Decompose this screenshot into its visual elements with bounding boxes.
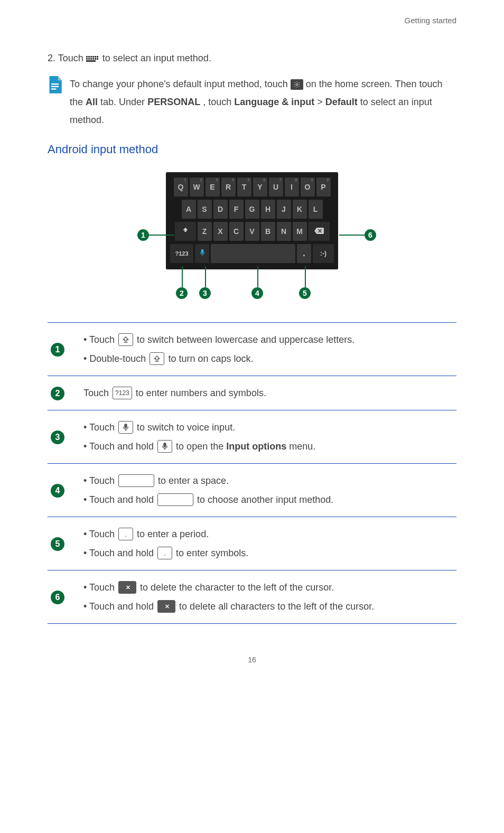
key-r: R4 xyxy=(221,177,236,196)
callout-4-line xyxy=(257,266,258,287)
callout-2-line xyxy=(182,266,183,287)
key-delete xyxy=(309,222,330,241)
callout-5: 5 xyxy=(299,287,311,299)
key-period: . xyxy=(297,244,311,263)
row-num-4: 4 xyxy=(51,484,64,498)
callout-6-line xyxy=(339,235,365,236)
key-j: J xyxy=(277,200,291,219)
kb-row-3: Z X C V B N M xyxy=(170,222,334,241)
table-row-2: 2 Touch ?123 to enter numbers and symbol… xyxy=(48,376,456,410)
keyboard-figure: Q1 W2 E3 R4 T5 Y6 U7 I8 O9 P0 A S D F G … xyxy=(128,172,376,301)
key-i: I8 xyxy=(285,177,299,196)
callout-5-line xyxy=(305,266,306,287)
key-mic xyxy=(195,244,209,263)
note-d: , touch xyxy=(203,97,234,107)
key-k: K xyxy=(293,200,307,219)
r2-pre: Touch xyxy=(83,388,111,398)
step-2: 2. Touch to select an input method. xyxy=(48,51,456,65)
key-b: B xyxy=(261,222,275,241)
key-q: Q1 xyxy=(174,177,188,196)
key-p: P0 xyxy=(316,177,331,196)
svg-point-3 xyxy=(296,84,298,86)
key-y: Y6 xyxy=(253,177,267,196)
r5b-pre: Touch and hold xyxy=(89,548,156,558)
key-c: C xyxy=(229,222,244,241)
key-s: S xyxy=(198,200,212,219)
row-num-1: 1 xyxy=(51,343,64,357)
step2-text-a: 2. Touch xyxy=(48,53,86,63)
callout-3: 3 xyxy=(199,287,211,299)
r2-post: to enter numbers and symbols. xyxy=(136,388,266,398)
note-doc-icon xyxy=(48,76,62,93)
kb-row-2: A S D F G H J K L xyxy=(170,200,334,219)
spacebar-icon-2 xyxy=(157,493,193,506)
table-row-3: 3 Touch to switch to voice input. Touch … xyxy=(48,410,456,463)
keyboard: Q1 W2 E3 R4 T5 Y6 U7 I8 O9 P0 A S D F G … xyxy=(166,172,338,269)
r3b-mid: to open the xyxy=(176,441,226,452)
key-123-icon: ?123 xyxy=(113,387,132,399)
shift-up-icon-2 xyxy=(150,352,164,365)
key-z: Z xyxy=(198,222,212,241)
key-v: V xyxy=(245,222,259,241)
key-m: M xyxy=(293,222,307,241)
key-g: G xyxy=(245,200,259,219)
backspace-icon xyxy=(118,581,136,594)
callout-2: 2 xyxy=(176,287,188,299)
r5b-post: to enter symbols. xyxy=(176,548,248,558)
key-u: U7 xyxy=(269,177,283,196)
r6a-post: to delete the character to the left of t… xyxy=(140,582,334,593)
r4b-post: to choose another input method. xyxy=(197,494,333,505)
key-n: N xyxy=(277,222,291,241)
note-default: Default xyxy=(325,97,358,107)
shift-up-icon xyxy=(118,333,133,346)
svg-rect-1 xyxy=(51,86,59,87)
r1b-post: to turn on caps lock. xyxy=(168,353,253,364)
page-number: 16 xyxy=(48,656,456,664)
key-h: H xyxy=(261,200,275,219)
note-a: To change your phone's default input met… xyxy=(70,79,291,89)
step2-text-b: to select an input method. xyxy=(102,53,211,63)
r4a-post: to enter a space. xyxy=(158,475,229,486)
key-a: A xyxy=(182,200,196,219)
callout-6: 6 xyxy=(365,229,376,241)
note-text: To change your phone's default input met… xyxy=(70,75,456,129)
note-personal: PERSONAL xyxy=(147,97,200,107)
r3b-post: menu. xyxy=(286,441,315,452)
mic-icon xyxy=(118,421,133,434)
spacebar-icon xyxy=(118,474,154,487)
row-num-3: 3 xyxy=(51,430,64,444)
r1b-pre: Double-touch xyxy=(89,353,148,364)
row-num-5: 5 xyxy=(51,537,64,551)
callout-4: 4 xyxy=(251,287,263,299)
svg-rect-7 xyxy=(124,424,127,428)
r4a-pre: Touch xyxy=(89,475,117,486)
row-num-2: 2 xyxy=(51,387,64,400)
table-row-6: 6 Touch to delete the character to the l… xyxy=(48,570,456,623)
r4b-pre: Touch and hold xyxy=(89,494,156,505)
keyboard-icon xyxy=(86,56,100,62)
settings-gear-icon xyxy=(291,79,303,90)
r3b-pre: Touch and hold xyxy=(89,441,156,452)
row-num-6: 6 xyxy=(51,591,64,604)
key-x: X xyxy=(213,222,228,241)
key-l: L xyxy=(309,200,323,219)
period-key-icon-2: . xyxy=(157,547,172,559)
key-d: D xyxy=(213,200,228,219)
callout-1-line xyxy=(149,235,174,236)
table-row-4: 4 Touch to enter a space. Touch and hold… xyxy=(48,463,456,517)
section-title: Android input method xyxy=(48,143,456,156)
key-space xyxy=(211,244,295,263)
key-o: O9 xyxy=(301,177,315,196)
note-block: To change your phone's default input met… xyxy=(48,75,456,129)
svg-rect-2 xyxy=(51,88,56,89)
r6b-pre: Touch and hold xyxy=(89,601,156,612)
key-shift xyxy=(175,222,196,241)
r6b-post: to delete all characters to the left of … xyxy=(179,601,374,612)
key-w: W2 xyxy=(190,177,204,196)
backspace-icon-2 xyxy=(157,600,175,613)
r5a-post: to enter a period. xyxy=(137,529,209,539)
r1a-post: to switch between lowercase and uppercas… xyxy=(137,334,354,345)
key-123: ?123 xyxy=(170,244,193,263)
note-c: tab. Under xyxy=(100,97,147,107)
page-header: Getting started xyxy=(48,16,456,25)
